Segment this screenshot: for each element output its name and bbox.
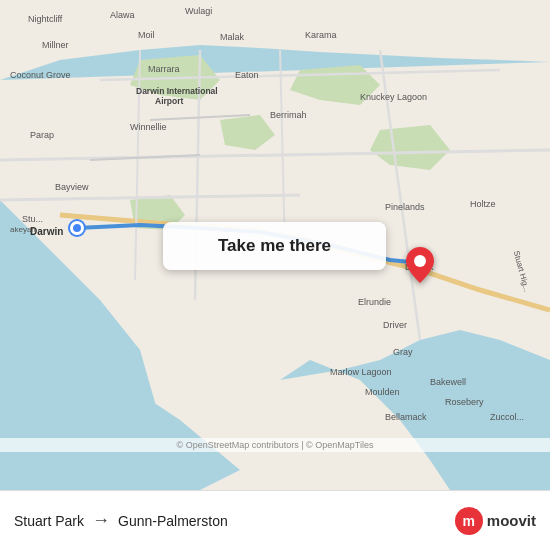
route-info: Stuart Park → Gunn-Palmerston (14, 510, 455, 531)
svg-text:Knuckey Lagoon: Knuckey Lagoon (360, 92, 427, 102)
svg-text:akeyah: akeyah (10, 225, 36, 234)
moovit-brand-text: moovit (487, 512, 536, 529)
svg-text:Berrimah: Berrimah (270, 110, 307, 120)
svg-text:Millner: Millner (42, 40, 69, 50)
map-container: Nightcliff Alawa Wulagi Millner Moil Mal… (0, 0, 550, 490)
map-attribution: © OpenStreetMap contributors | © OpenMap… (0, 438, 550, 452)
svg-point-53 (414, 255, 426, 267)
svg-text:Bellamack: Bellamack (385, 412, 427, 422)
svg-text:Malak: Malak (220, 32, 245, 42)
route-arrow-icon: → (92, 510, 110, 531)
from-location: Stuart Park (14, 513, 84, 529)
moovit-logo: m moovit (455, 507, 536, 535)
svg-text:Rosebery: Rosebery (445, 397, 484, 407)
svg-text:Moulden: Moulden (365, 387, 400, 397)
origin-marker (70, 221, 84, 235)
svg-text:Elrundie: Elrundie (358, 297, 391, 307)
svg-text:Moil: Moil (138, 30, 155, 40)
to-location: Gunn-Palmerston (118, 513, 228, 529)
svg-text:Karama: Karama (305, 30, 337, 40)
svg-text:Bakewell: Bakewell (430, 377, 466, 387)
svg-text:Pinelands: Pinelands (385, 202, 425, 212)
svg-text:Gray: Gray (393, 347, 413, 357)
svg-text:Wulagi: Wulagi (185, 6, 212, 16)
svg-text:Nightcliff: Nightcliff (28, 14, 63, 24)
svg-text:Marrara: Marrara (148, 64, 180, 74)
svg-text:Airport: Airport (155, 96, 184, 106)
svg-text:Holtze: Holtze (470, 199, 496, 209)
svg-text:Stu...: Stu... (22, 214, 43, 224)
moovit-icon: m (455, 507, 483, 535)
svg-text:Zuccol...: Zuccol... (490, 412, 524, 422)
take-me-there-button[interactable]: Take me there (163, 222, 386, 270)
svg-text:Bayview: Bayview (55, 182, 89, 192)
svg-text:Alawa: Alawa (110, 10, 135, 20)
svg-text:Parap: Parap (30, 130, 54, 140)
svg-text:Coconut Grove: Coconut Grove (10, 70, 71, 80)
destination-marker (406, 247, 434, 287)
footer-bar: Stuart Park → Gunn-Palmerston m moovit (0, 490, 550, 550)
svg-text:Darwin International: Darwin International (136, 86, 218, 96)
svg-text:Eaton: Eaton (235, 70, 259, 80)
svg-text:Marlow Lagoon: Marlow Lagoon (330, 367, 392, 377)
svg-text:Winnellie: Winnellie (130, 122, 167, 132)
svg-text:Driver: Driver (383, 320, 407, 330)
